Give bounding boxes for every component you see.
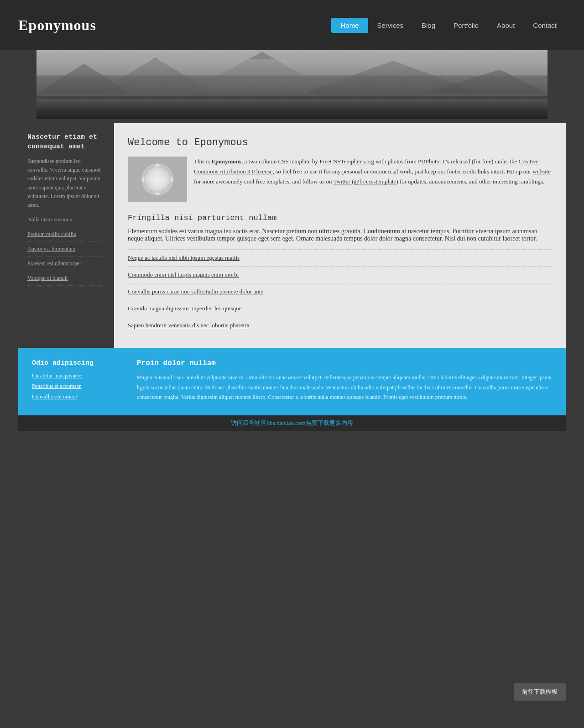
intro-image — [128, 157, 187, 202]
svg-point-13 — [142, 176, 155, 183]
nav-home[interactable]: Home — [331, 18, 368, 33]
footer-link-3[interactable]: Convallis sed ornare — [32, 393, 123, 400]
bottom-bar: 访问四号社区bbs.xienlao.com免费下载更多内容 — [18, 415, 566, 431]
footer: Odio adipiscing Curabitur mus posuere Pe… — [18, 348, 566, 415]
sidebar-link-2[interactable]: Pretium mollis cubilia — [27, 231, 103, 242]
sub-heading: Fringilla nisi parturient nullam — [128, 214, 552, 222]
svg-marker-4 — [96, 58, 214, 93]
article-link-5[interactable]: Sapien hendrerit venenatis dis nec lobor… — [128, 317, 552, 334]
brand-name: Eponymous — [211, 158, 241, 165]
footer-right-body: Magna euismod risus interdum vulputate v… — [137, 373, 552, 403]
svg-point-10 — [146, 168, 169, 191]
svg-point-12 — [154, 182, 161, 195]
main-content: Welcome to Eponymous — [114, 123, 566, 348]
svg-marker-6 — [304, 61, 482, 94]
pdphoto-link[interactable]: PDPhoto — [418, 158, 439, 165]
article-link-1[interactable]: Neque ac iaculis nisl nibh ipsum egestas… — [128, 249, 552, 267]
footer-left-heading: Odio adipiscing — [32, 359, 123, 367]
site-title: Eponymous — [18, 17, 96, 34]
footer-right: Proin dolor nullam Magna euismod risus i… — [137, 359, 552, 404]
sidebar-link-5[interactable]: Volutpat et blandit — [27, 275, 103, 286]
intro-text: This is Eponymous, a two column CSS temp… — [194, 157, 552, 202]
hero-image — [36, 50, 548, 119]
hero-banner — [36, 50, 548, 119]
footer-link-2[interactable]: Penatibus et accumsan — [32, 383, 123, 390]
sidebar-body: Suspendisse pretium leo convallis. Viver… — [27, 157, 103, 209]
sidebar-heading: Nascetur etiam et consequat amet — [27, 132, 103, 152]
svg-point-19 — [153, 175, 162, 184]
svg-point-14 — [160, 176, 173, 183]
welcome-heading: Welcome to Eponymous — [128, 137, 552, 148]
intro-section: This is Eponymous, a two column CSS temp… — [128, 157, 552, 202]
svg-rect-0 — [36, 50, 548, 119]
svg-marker-3 — [36, 63, 131, 93]
svg-marker-7 — [423, 69, 548, 93]
svg-rect-1 — [36, 75, 548, 99]
article-links: Neque ac iaculis nisl nibh ipsum egestas… — [128, 249, 552, 334]
bottom-text: 访问四号社区bbs.xienlao.com免费下载更多内容 — [231, 419, 353, 426]
article-link-4[interactable]: Gravida magna dignissim imperdiet leo qu… — [128, 300, 552, 317]
footer-left: Odio adipiscing Curabitur mus posuere Pe… — [32, 359, 123, 404]
sidebar: Nascetur etiam et consequat amet Suspend… — [18, 123, 110, 348]
twitter-link[interactable]: Twitter (@freecsstemplate) — [334, 178, 398, 185]
freecss-link[interactable]: FreeCSSTemplates.org — [319, 158, 374, 165]
nav-blog[interactable]: Blog — [412, 18, 444, 33]
sub-body: Elementum sodales est varius magna leo s… — [128, 228, 552, 242]
svg-point-11 — [154, 164, 161, 177]
sidebar-link-4[interactable]: Praesent est ullamcorper — [27, 260, 103, 271]
svg-point-9 — [141, 163, 173, 195]
nav-about[interactable]: About — [488, 18, 524, 33]
svg-rect-2 — [36, 100, 548, 119]
nav-services[interactable]: Services — [368, 18, 413, 33]
nav-portfolio[interactable]: Portfolio — [444, 18, 488, 33]
article-link-3[interactable]: Convallis purus curae non sollicitudin p… — [128, 283, 552, 300]
article-link-2[interactable]: Commodo enim nisl turpis magnis enim mor… — [128, 267, 552, 283]
sidebar-link-1[interactable]: Nulla diam vivamus — [27, 216, 103, 227]
website-link[interactable]: website — [532, 168, 551, 175]
nav-contact[interactable]: Contact — [524, 18, 566, 33]
footer-link-1[interactable]: Curabitur mus posuere — [32, 372, 123, 379]
main-nav: Home Services Blog Portfolio About Conta… — [331, 18, 566, 33]
sidebar-link-3[interactable]: Auctor est fermentum — [27, 246, 103, 257]
footer-right-heading: Proin dolor nullam — [137, 359, 552, 367]
